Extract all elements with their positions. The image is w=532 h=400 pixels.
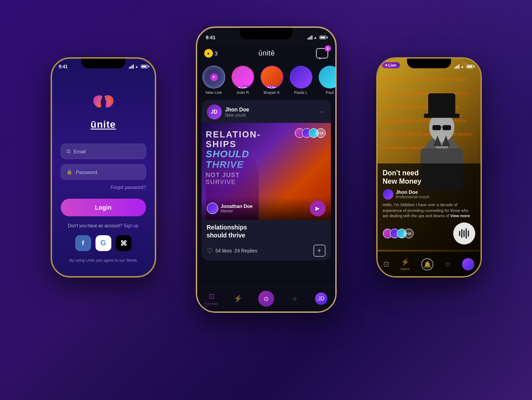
- app-title: ūnitē: [259, 49, 275, 57]
- phone-right: BLOGGING FUN WEALTH THRIVE POWER GOALS L…: [376, 57, 482, 278]
- artist-role: Professional couch: [396, 195, 429, 199]
- center-signal-icon: [308, 35, 312, 40]
- sound-wave-icon: [459, 228, 469, 239]
- login-button[interactable]: Login: [61, 199, 146, 216]
- sound-wave-button[interactable]: [453, 222, 475, 244]
- story-brayan-label: Brayan K: [264, 90, 280, 95]
- right-nav-home[interactable]: ○: [445, 259, 451, 269]
- left-time: 9:41: [59, 64, 68, 69]
- google-button[interactable]: G: [95, 235, 111, 251]
- artist-row: Jhon Doe Professional couch: [383, 189, 475, 200]
- paul-avatar: [319, 66, 335, 89]
- social-buttons: f G ⌘: [75, 235, 132, 251]
- right-nav-chat[interactable]: ⊡: [383, 260, 389, 268]
- battery-icon: [141, 65, 148, 68]
- connect-label: Connect: [205, 302, 218, 306]
- signal-icon: [129, 64, 134, 69]
- right-notch: [407, 59, 451, 68]
- svg-rect-5: [442, 125, 451, 130]
- coin-badge: ● 3: [204, 49, 218, 58]
- discover-icon: ○: [290, 294, 300, 304]
- right-signal-icon: [455, 64, 459, 69]
- signup-link[interactable]: Sign up: [124, 223, 139, 228]
- home-nav-icon: ○: [445, 259, 451, 269]
- post-card: JD Jhon Doe New yourk ∙∙ RELATION- SHIPS…: [202, 100, 331, 260]
- more-options-icon[interactable]: ∙∙: [471, 62, 476, 69]
- right-nav-notification[interactable]: 🔔: [421, 258, 433, 270]
- email-field[interactable]: ⊡ Email: [61, 144, 146, 159]
- left-notch: [81, 59, 125, 68]
- nav-home[interactable]: ⊙: [258, 291, 274, 307]
- post-bottom: Jonathan Doe Mentor ▶: [202, 197, 331, 220]
- center-wifi-icon: ▲: [314, 36, 317, 40]
- right-nav-spark[interactable]: ⚡ Spark: [400, 258, 410, 271]
- profile-nav-avatar: [462, 258, 474, 270]
- heart-icon[interactable]: ♡: [207, 247, 213, 255]
- play-button[interactable]: ▶: [310, 200, 326, 216]
- stories-row: + New Live Live: [197, 62, 335, 100]
- spark-nav-label: Spark: [400, 267, 410, 271]
- coin-count: 3: [215, 50, 218, 57]
- main-app-screen: ● 3 ūnitē 3 + New Live: [197, 45, 335, 311]
- post-user-name: Jhon Doe: [225, 107, 249, 113]
- post-user-avatar: JD: [207, 104, 222, 119]
- right-bottom-navigation: ⊡ ⚡ Spark 🔔 ○: [378, 252, 481, 276]
- chat-button[interactable]: 3: [316, 48, 328, 59]
- juan-live-badge: Live: [236, 85, 249, 89]
- nav-profile[interactable]: JD: [315, 293, 327, 305]
- chat-badge: 3: [325, 45, 331, 52]
- post-caption: Relationships should thrive: [202, 220, 331, 241]
- story-paula[interactable]: Paula L: [290, 66, 312, 95]
- spark-nav-icon: ⚡: [401, 258, 410, 266]
- brayan-avatar: Live: [260, 66, 283, 89]
- post-options-button[interactable]: ∙∙: [320, 108, 326, 116]
- terms-text: By using Unite you agree to our Terms: [70, 258, 137, 263]
- forgot-password-link[interactable]: Forgot password?: [110, 185, 146, 190]
- brayan-live-badge: Live: [265, 85, 278, 89]
- phone-left: 9:41 ▲: [51, 57, 156, 278]
- listener-count: +15: [404, 229, 414, 238]
- nav-connect[interactable]: ⊡ Connect: [205, 291, 218, 306]
- apple-button[interactable]: ⌘: [116, 235, 132, 251]
- story-juan[interactable]: Live Juan R: [231, 66, 254, 95]
- story-new-live[interactable]: + New Live: [202, 66, 225, 95]
- view-more-link[interactable]: View more: [450, 214, 470, 218]
- password-field[interactable]: 🔒 Password: [61, 164, 146, 180]
- story-juan-label: Juan R: [236, 90, 249, 95]
- heart-action-icon[interactable]: ♡: [462, 62, 468, 69]
- new-live-avatar: +: [202, 66, 225, 89]
- center-notch: [240, 28, 293, 39]
- right-nav-profile[interactable]: [462, 258, 474, 270]
- post-author-name: Jonathan Doe: [221, 204, 253, 209]
- nav-discover[interactable]: ○: [290, 294, 300, 304]
- center-battery-icon: [319, 36, 327, 39]
- facebook-button[interactable]: f: [75, 235, 91, 251]
- post-user-location: New yourk: [225, 113, 249, 118]
- home-button[interactable]: ⊙: [258, 291, 274, 307]
- post-author-role: Mentor: [221, 209, 253, 213]
- story-paul[interactable]: Paul: [319, 66, 335, 95]
- like-area: ♡ 54 likes 24 Replies: [207, 247, 257, 255]
- nav-spark[interactable]: ⚡: [233, 294, 243, 304]
- add-post-button[interactable]: +: [313, 244, 326, 257]
- app-name: ūnite: [91, 119, 116, 130]
- unite-logo: [90, 92, 117, 115]
- svg-rect-4: [432, 125, 440, 130]
- wings-icon: [90, 92, 117, 114]
- story-paul-label: Paul: [326, 90, 334, 95]
- post-image: RELATION- SHIPS SHOULD THRIVE NOT JUST S…: [202, 123, 331, 220]
- spark-icon: ⚡: [233, 294, 243, 304]
- coin-icon: ●: [204, 49, 213, 58]
- profile-icon: JD: [315, 293, 327, 305]
- replies-count: 24 Replies: [235, 248, 257, 253]
- chat-nav-icon: ⊡: [383, 260, 389, 268]
- story-brayan[interactable]: Live Brayan K: [260, 66, 283, 95]
- terms-link[interactable]: Terms: [126, 258, 137, 263]
- phone-center: 9:41 ▲ ● 3 ūnitē: [196, 26, 337, 313]
- post-user: JD Jhon Doe New yourk: [207, 104, 249, 119]
- right-description: Hello, I'm Skibiles! I have over a decad…: [383, 202, 475, 219]
- right-listeners: +15: [383, 222, 475, 244]
- right-live-badge: Live: [382, 62, 400, 68]
- right-bottom-card: Don't need New Money Jhon Doe Profession…: [378, 163, 481, 250]
- center-status-icons: ▲: [308, 35, 327, 40]
